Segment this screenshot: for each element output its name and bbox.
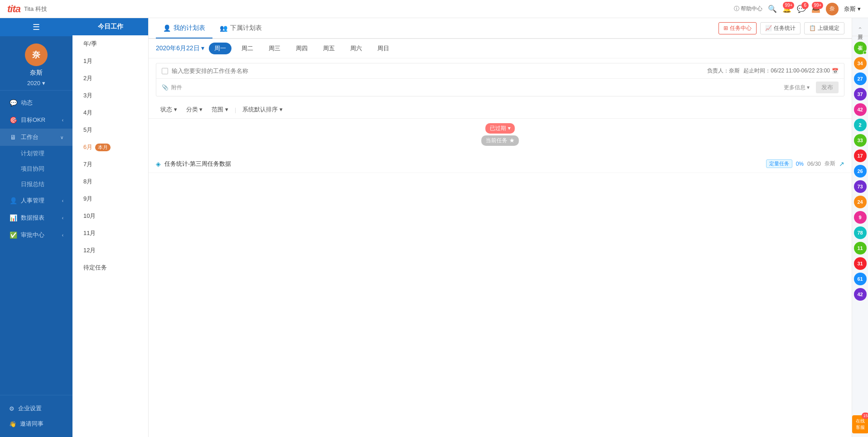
superior-rule-btn[interactable]: 📋 上级规定 <box>804 22 844 34</box>
sidebar-item-workbench[interactable]: 🖥 工作台 ∨ <box>0 129 72 146</box>
day-btn-fri[interactable]: 周五 <box>318 43 340 54</box>
my-plan-icon: 👤 <box>163 24 171 32</box>
tab-sub-plan[interactable]: 👥 下属计划表 <box>212 19 269 38</box>
right-panel: ‹ 展开 崔 34 27 37 42 2 33 17 26 73 24 9 78… <box>852 18 868 437</box>
data-icon: 📊 <box>9 214 17 221</box>
task-row-action[interactable]: ↗ <box>839 160 844 168</box>
sidebar-item-daily[interactable]: 日报总结 <box>0 177 72 192</box>
status-current[interactable]: 当前任务 ★ <box>481 135 519 146</box>
task-text-input[interactable] <box>172 67 704 74</box>
task-row-title[interactable]: 任务统计-第三周任务数据 <box>164 160 762 168</box>
avatar-item[interactable]: 42 <box>854 288 867 301</box>
task-list-area: 已过期 ▾ 当前任务 ★ ◈ 任务统计-第三周任务数据 定量任务 0% 06/3… <box>149 119 852 437</box>
tasks-icon[interactable]: 📥 99+ <box>811 5 820 13</box>
day-btn-sun[interactable]: 周日 <box>372 43 395 54</box>
filter-range[interactable]: 范围 ▾ <box>207 104 233 115</box>
month-item-1[interactable]: 1月 <box>72 53 148 70</box>
month-item-pending[interactable]: 待定任务 <box>72 259 148 276</box>
notification-bell[interactable]: 🔔 99+ <box>782 5 791 13</box>
sidebar-item-data[interactable]: 📊 数据报表 ‹ <box>0 209 72 226</box>
month-item-season[interactable]: 年/季 <box>72 35 148 53</box>
task-stats-btn[interactable]: 📈 任务统计 <box>760 22 800 34</box>
main-content: 👤 我的计划表 👥 下属计划表 ⊞ 任务中心 📈 任务统计 � <box>149 18 852 437</box>
day-btn-mon[interactable]: 周一 <box>209 43 231 54</box>
avatar-item[interactable]: 61 <box>854 273 867 285</box>
day-btn-tue[interactable]: 周二 <box>236 43 259 54</box>
more-info-btn[interactable]: 更多信息 ▾ <box>784 84 810 91</box>
sidebar-item-okr[interactable]: 🎯 目标OKR ‹ <box>0 111 72 129</box>
avatar-item[interactable]: 73 <box>854 180 867 193</box>
topbar: tita Tita 科技 ⓘ 帮助中心 🔍 🔔 99+ 💬 6 📥 99+ 奈 … <box>0 0 868 18</box>
online-chat-btn[interactable]: 在线客服 15 <box>852 415 868 433</box>
sidebar-item-label-dongtai: 动态 <box>21 99 33 107</box>
month-item-10[interactable]: 10月 <box>72 207 148 225</box>
avatar-item[interactable]: 24 <box>854 196 867 208</box>
month-item-2[interactable]: 2月 <box>72 70 148 87</box>
avatar-item[interactable]: 27 <box>854 72 867 85</box>
avatar-item[interactable]: 2 <box>854 119 867 131</box>
help-center-btn[interactable]: ⓘ 帮助中心 <box>734 5 762 13</box>
avatar-item[interactable]: 17 <box>854 149 867 162</box>
approve-arrow: ‹ <box>62 233 63 238</box>
avatar-item[interactable]: 42 <box>854 103 867 116</box>
sidebar-item-plan-mgmt[interactable]: 计划管理 <box>0 146 72 161</box>
month-item-3[interactable]: 3月 <box>72 87 148 104</box>
user-name-top[interactable]: 奈斯 ▾ <box>844 5 861 13</box>
avatar-item[interactable]: 78 <box>854 226 867 239</box>
calendar-icon[interactable]: 📅 <box>832 68 839 74</box>
day-btn-wed[interactable]: 周三 <box>263 43 286 54</box>
sidebar-item-label-workbench: 工作台 <box>21 133 39 141</box>
month-item-7[interactable]: 7月 <box>72 156 148 173</box>
month-item-4[interactable]: 4月 <box>72 104 148 121</box>
attach-label[interactable]: 附件 <box>171 84 182 91</box>
hr-arrow: ‹ <box>62 198 63 203</box>
action-buttons: ⊞ 任务中心 📈 任务统计 📋 上级规定 <box>711 22 852 34</box>
sidebar-item-dongtai[interactable]: 💬 动态 <box>0 94 72 111</box>
sidebar-item-invite[interactable]: 👋 邀请同事 <box>0 416 72 432</box>
avatar-item[interactable]: 11 <box>854 242 867 255</box>
sidebar-item-label-approve: 审批中心 <box>21 231 44 239</box>
filter-category[interactable]: 分类 ▾ <box>182 104 207 115</box>
month-item-5[interactable]: 5月 <box>72 121 148 139</box>
month-item-11[interactable]: 11月 <box>72 225 148 242</box>
sidebar-item-project[interactable]: 项目协同 <box>0 161 72 177</box>
task-checkbox[interactable] <box>162 68 168 74</box>
search-icon[interactable]: 🔍 <box>768 5 777 13</box>
messages-icon[interactable]: 💬 6 <box>797 5 806 13</box>
task-center-btn[interactable]: ⊞ 任务中心 <box>719 22 757 34</box>
sub-plan-icon: 👥 <box>220 24 227 32</box>
right-panel-toggle[interactable]: ‹ 展开 <box>852 22 868 36</box>
logo-area: tita Tita 科技 <box>7 3 47 15</box>
sidebar-item-label-data: 数据报表 <box>21 214 44 222</box>
avatar-item[interactable]: 26 <box>854 165 867 178</box>
avatar-item[interactable]: 37 <box>854 88 867 101</box>
settings-label: 企业设置 <box>18 404 42 413</box>
month-item-9[interactable]: 9月 <box>72 190 148 207</box>
date-select[interactable]: 2020年6月22日 ▾ <box>156 44 204 53</box>
sidebar-item-hr[interactable]: 👤 人事管理 ‹ <box>0 192 72 209</box>
avatar-item[interactable]: 9 <box>854 211 867 224</box>
avatar-item[interactable]: 34 <box>854 57 867 70</box>
day-btn-thu[interactable]: 周四 <box>290 43 313 54</box>
sidebar-year[interactable]: 2020 ▾ <box>27 80 45 86</box>
sidebar-item-settings[interactable]: ⚙ 企业设置 <box>0 401 72 416</box>
status-overdue[interactable]: 已过期 ▾ <box>485 123 515 134</box>
month-item-12[interactable]: 12月 <box>72 242 148 259</box>
avatar-item[interactable]: 31 <box>854 257 867 270</box>
tag-quantitative: 定量任务 <box>766 159 792 168</box>
okr-icon: 🎯 <box>9 116 17 124</box>
tab-my-plan[interactable]: 👤 我的计划表 <box>156 19 212 38</box>
avatar-item[interactable]: 33 <box>854 134 867 147</box>
filter-status[interactable]: 状态 ▾ <box>156 104 182 115</box>
sidebar-item-label-hr: 人事管理 <box>21 197 44 205</box>
sidebar-item-approve[interactable]: ✅ 审批中心 ‹ <box>0 226 72 244</box>
user-avatar-top[interactable]: 奈 <box>826 3 839 15</box>
filter-sort[interactable]: 系统默认排序 ▾ <box>238 104 287 115</box>
month-item-6[interactable]: 6月 本月 <box>72 139 148 156</box>
day-btn-sat[interactable]: 周六 <box>345 43 367 54</box>
publish-btn[interactable]: 发布 <box>816 82 839 93</box>
sidebar-toggle[interactable]: ☰ <box>0 18 72 36</box>
task-row-user: 奈斯 <box>825 160 835 168</box>
avatar-item[interactable]: 崔 <box>854 42 867 54</box>
month-item-8[interactable]: 8月 <box>72 173 148 190</box>
